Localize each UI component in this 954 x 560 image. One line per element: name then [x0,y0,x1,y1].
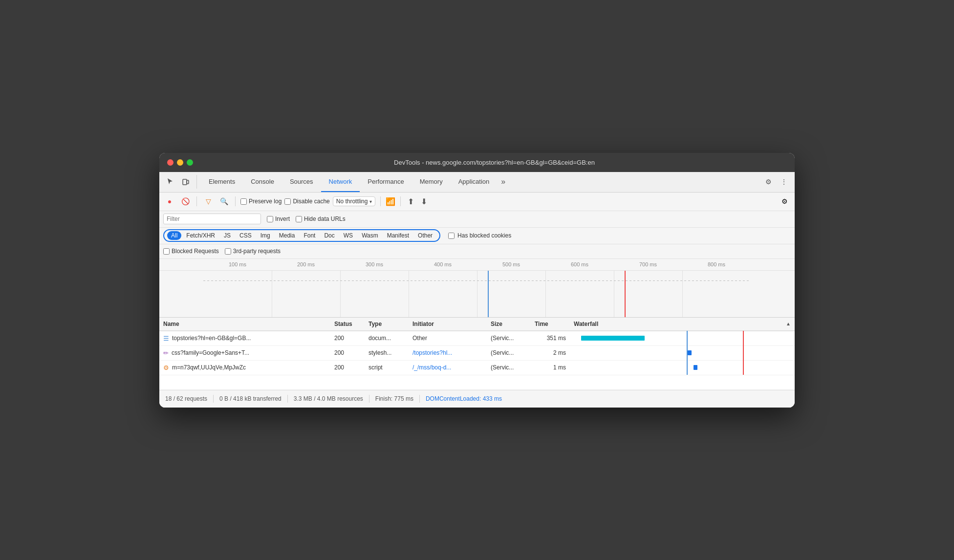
timeline-ruler: 100 ms 200 ms 300 ms 400 ms 500 ms 600 m… [159,259,795,271]
row2-type: stylesh... [365,349,409,356]
block-request-button[interactable]: 🚫 [179,195,192,208]
search-icon[interactable]: 🔍 [217,195,230,208]
more-tabs-button[interactable]: » [497,172,509,192]
css-icon: ✏ [163,349,169,357]
traffic-lights [167,159,193,166]
finish-time: Finish: 775 ms [375,395,413,402]
network-toolbar: ● 🚫 ▽ 🔍 Preserve log Disable cache No th… [159,193,795,211]
has-blocked-cookies-checkbox[interactable]: Has blocked cookies [448,232,511,239]
cursor-icon[interactable] [163,175,177,189]
more-options-icon[interactable]: ⋮ [777,175,791,189]
grid-line-2 [340,271,341,318]
export-har-button[interactable]: ⬇ [419,196,429,207]
preserve-log-checkbox[interactable]: Preserve log [240,198,282,205]
close-button[interactable] [167,159,173,166]
hide-data-urls-checkbox[interactable]: Hide data URLs [296,215,346,222]
timeline-container: 100 ms 200 ms 300 ms 400 ms 500 ms 600 m… [159,259,795,318]
row2-size: (Servic... [487,349,531,356]
type-pills-container: All Fetch/XHR JS CSS Img Media Font Doc … [163,229,440,242]
tick-400ms: 400 ms [409,261,477,267]
throttling-select[interactable]: No throttling ▾ [333,196,376,206]
wifi-settings-icon[interactable]: 📶 [386,197,395,206]
load-line [625,271,626,318]
tab-memory[interactable]: Memory [412,172,451,192]
type-pill-css[interactable]: CSS [236,231,256,240]
tick-300ms: 300 ms [340,261,409,267]
filter-input[interactable] [163,214,261,224]
timeline-graph [203,271,751,318]
status-sep-4 [419,395,420,403]
waterfall-dom-line-2 [687,345,688,360]
row1-time: 351 ms [531,335,570,342]
settings-icon[interactable]: ⚙ [761,175,775,189]
tab-elements[interactable]: Elements [201,172,243,192]
empty-row [159,375,795,390]
type-pill-other[interactable]: Other [414,231,436,240]
title-bar: DevTools - news.google.com/topstories?hl… [159,153,795,172]
row2-status: 200 [330,349,365,356]
tab-performance[interactable]: Performance [360,172,412,192]
row3-size: (Servic... [487,364,531,371]
disable-cache-checkbox[interactable]: Disable cache [284,198,329,205]
type-filter-row: All Fetch/XHR JS CSS Img Media Font Doc … [159,228,795,244]
transferred-size: 0 B / 418 kB transferred [219,395,282,402]
maximize-button[interactable] [187,159,193,166]
waterfall-load-line-3 [743,360,744,375]
status-sep-3 [369,395,369,403]
col-header-name[interactable]: Name [159,321,330,327]
top-nav: Elements Console Sources Network Perform… [159,172,795,193]
col-header-size[interactable]: Size [487,321,531,327]
invert-checkbox[interactable]: Invert [267,215,290,222]
col-header-time[interactable]: Time [531,321,570,327]
nav-icons [163,175,197,189]
col-header-status[interactable]: Status [330,321,365,327]
row1-size: (Servic... [487,335,531,342]
doc-icon: ☰ [163,335,169,342]
device-mode-icon[interactable] [179,175,193,189]
tab-application[interactable]: Application [451,172,498,192]
resources-size: 3.3 MB / 4.0 MB resources [294,395,363,402]
row3-name: ⚙ m=n73qwf,UUJqVe,MpJwZc [159,364,330,371]
type-pill-all[interactable]: All [167,231,181,240]
row2-time: 2 ms [531,349,570,356]
tab-console[interactable]: Console [243,172,282,192]
tab-sources[interactable]: Sources [282,172,321,192]
tick-200ms: 200 ms [272,261,340,267]
type-pill-fetch-xhr[interactable]: Fetch/XHR [182,231,219,240]
toolbar-separator-1 [196,196,197,206]
type-pill-font[interactable]: Font [300,231,319,240]
type-pill-ws[interactable]: WS [340,231,357,240]
waterfall-dom-line-3 [687,360,688,375]
import-har-button[interactable]: ⬆ [406,196,416,207]
blocked-requests-checkbox[interactable]: Blocked Requests [163,248,219,255]
type-pill-manifest[interactable]: Manifest [383,231,413,240]
col-header-type[interactable]: Type [365,321,409,327]
type-pill-img[interactable]: Img [257,231,274,240]
record-button[interactable]: ● [163,195,176,208]
type-pill-doc[interactable]: Doc [320,231,338,240]
svg-rect-0 [183,179,187,185]
dom-content-loaded-time: DOMContentLoaded: 433 ms [426,395,502,402]
table-row[interactable]: ⚙ m=n73qwf,UUJqVe,MpJwZc 200 script /_/m… [159,361,795,375]
row2-waterfall [570,345,795,360]
network-settings-icon[interactable]: ⚙ [778,195,791,208]
type-pill-media[interactable]: Media [275,231,299,240]
col-header-initiator[interactable]: Initiator [409,321,487,327]
third-party-checkbox[interactable]: 3rd-party requests [225,248,281,255]
filter-icon[interactable]: ▽ [202,195,215,208]
tick-600ms: 600 ms [545,261,614,267]
minimize-button[interactable] [177,159,183,166]
type-pill-wasm[interactable]: Wasm [358,231,382,240]
row1-waterfall [570,331,795,345]
svg-rect-1 [187,180,189,184]
tab-network[interactable]: Network [321,172,360,192]
row2-initiator: /topstories?hl... [409,349,487,356]
row3-initiator: /_/mss/boq-d... [409,364,487,371]
type-pill-js[interactable]: JS [220,231,235,240]
row1-name: ☰ topstories?hl=en-GB&gl=GB... [159,335,330,342]
table-header: Name Status Type Initiator Size Time Wat… [159,318,795,331]
table-row[interactable]: ✏ css?family=Google+Sans+T... 200 styles… [159,346,795,361]
request-filter-row: Blocked Requests 3rd-party requests [159,244,795,259]
table-row[interactable]: ☰ topstories?hl=en-GB&gl=GB... 200 docum… [159,331,795,346]
col-header-waterfall[interactable]: Waterfall ▲ [570,321,795,327]
